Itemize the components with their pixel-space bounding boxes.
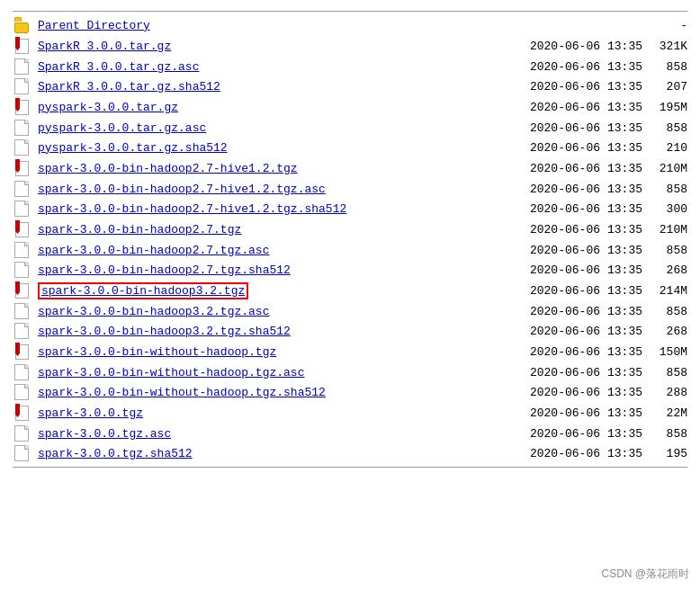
time-cell: 13:35 <box>604 138 646 157</box>
time-cell: 13:35 <box>604 57 646 76</box>
icon-cell <box>9 240 34 260</box>
size-cell: 268 <box>646 260 691 280</box>
size-cell: - <box>646 15 691 35</box>
file-link[interactable]: spark-3.0.0-bin-hadoop2.7-hive1.2.tgz <box>38 162 298 175</box>
file-link[interactable]: pyspark-3.0.0.tar.gz.sha512 <box>38 141 228 155</box>
file-link[interactable]: spark-3.0.0-bin-hadoop2.7-hive1.2.tgz.sh… <box>38 202 346 216</box>
icon-cell <box>9 35 34 57</box>
size-cell: 288 <box>646 382 691 402</box>
list-item: spark-3.0.0-bin-without-hadoop.tgz.sha51… <box>9 382 691 402</box>
file-name-cell: spark-3.0.0-bin-hadoop2.7-hive1.2.tgz.sh… <box>34 199 526 219</box>
size-cell: 210 <box>646 138 691 157</box>
file-link[interactable]: spark-3.0.0-bin-without-hadoop.tgz <box>38 345 276 359</box>
file-name-cell: pyspark-3.0.0.tar.gz <box>34 96 526 118</box>
plain-file-icon <box>14 445 29 461</box>
file-link[interactable]: SparkR_3.0.0.tar.gz <box>38 40 171 53</box>
icon-cell <box>9 424 34 443</box>
list-item: SparkR_3.0.0.tar.gz.sha512 2020-06-06 13… <box>9 76 691 96</box>
plain-file-icon <box>14 58 29 75</box>
plain-file-icon <box>14 384 29 400</box>
file-link[interactable]: pyspark-3.0.0.tar.gz <box>38 101 178 114</box>
file-link[interactable]: pyspark-3.0.0.tar.gz.asc <box>38 121 206 135</box>
file-link[interactable]: spark-3.0.0-bin-hadoop3.2.tgz.asc <box>38 305 269 318</box>
list-item: spark-3.0.0-bin-hadoop3.2.tgz.asc 2020-0… <box>9 301 691 321</box>
icon-cell <box>9 402 34 424</box>
time-cell: 13:35 <box>604 118 646 138</box>
list-item: pyspark-3.0.0.tar.gz 2020-06-06 13:35 19… <box>9 96 691 118</box>
time-cell: 13:35 <box>604 382 646 402</box>
time-cell: 13:35 <box>604 362 646 382</box>
red-file-icon <box>13 98 31 116</box>
file-name-cell: spark-3.0.0-bin-hadoop3.2.tgz.asc <box>34 301 526 321</box>
size-cell: 195M <box>646 96 691 118</box>
file-name-cell: spark-3.0.0-bin-without-hadoop.tgz.asc <box>34 362 526 382</box>
file-name-cell: SparkR_3.0.0.tar.gz.asc <box>34 57 526 76</box>
list-item: spark-3.0.0-bin-hadoop2.7-hive1.2.tgz.as… <box>9 179 691 199</box>
time-cell: 13:35 <box>604 260 646 280</box>
file-link[interactable]: spark-3.0.0-bin-hadoop2.7.tgz <box>38 223 241 236</box>
time-cell: 13:35 <box>604 219 646 240</box>
file-link[interactable]: spark-3.0.0-bin-without-hadoop.tgz.asc <box>38 366 304 379</box>
file-link[interactable]: spark-3.0.0.tgz.sha512 <box>38 447 193 460</box>
icon-cell <box>9 219 34 240</box>
file-name-cell: SparkR_3.0.0.tar.gz <box>34 35 526 57</box>
file-link[interactable]: spark-3.0.0-bin-hadoop2.7-hive1.2.tgz.as… <box>38 183 326 196</box>
file-link[interactable]: spark-3.0.0-bin-without-hadoop.tgz.sha51… <box>38 386 326 399</box>
file-name-cell: spark-3.0.0.tgz.asc <box>34 424 526 443</box>
list-item: Parent Directory - <box>9 15 691 35</box>
file-name-cell: spark-3.0.0.tgz <box>34 402 526 424</box>
file-name-cell: spark-3.0.0-bin-hadoop2.7.tgz <box>34 219 526 240</box>
file-link[interactable]: spark-3.0.0-bin-hadoop3.2.tgz.sha512 <box>38 325 291 338</box>
size-cell: 858 <box>646 301 691 321</box>
size-cell: 210M <box>646 157 691 179</box>
size-cell: 858 <box>646 118 691 138</box>
list-item: spark-3.0.0-bin-hadoop3.2.tgz.sha512 202… <box>9 321 691 341</box>
plain-file-icon <box>14 364 29 380</box>
file-name-cell: spark-3.0.0-bin-hadoop2.7.tgz.sha512 <box>34 260 526 280</box>
size-cell: 858 <box>646 240 691 260</box>
icon-cell <box>9 260 34 280</box>
plain-file-icon <box>14 425 29 442</box>
plain-file-icon <box>14 139 29 156</box>
date-cell <box>526 15 604 35</box>
file-link[interactable]: spark-3.0.0.tgz <box>38 406 143 420</box>
plain-file-icon <box>14 303 29 319</box>
file-link[interactable]: spark-3.0.0-bin-hadoop3.2.tgz <box>41 284 245 298</box>
icon-cell <box>9 118 34 138</box>
file-name-cell: pyspark-3.0.0.tar.gz.sha512 <box>34 138 526 157</box>
parent-dir-link[interactable]: Parent Directory <box>38 19 150 32</box>
highlight-box: spark-3.0.0-bin-hadoop3.2.tgz <box>38 282 248 299</box>
footer-separator <box>9 463 691 471</box>
folder-icon <box>13 17 31 33</box>
plain-file-icon <box>14 262 29 278</box>
icon-cell <box>9 199 34 219</box>
plain-file-icon <box>14 78 29 94</box>
time-cell: 13:35 <box>604 301 646 321</box>
date-cell: 2020-06-06 <box>526 219 604 240</box>
size-cell: 22M <box>646 402 691 424</box>
file-name-cell: spark-3.0.0.tgz.sha512 <box>34 443 526 463</box>
file-link[interactable]: spark-3.0.0.tgz.asc <box>38 427 171 441</box>
time-cell: 13:35 <box>604 179 646 199</box>
red-file-icon <box>13 404 31 422</box>
file-link[interactable]: spark-3.0.0-bin-hadoop2.7.tgz.asc <box>38 244 269 257</box>
date-cell: 2020-06-06 <box>526 57 604 76</box>
date-cell: 2020-06-06 <box>526 199 604 219</box>
size-cell: 858 <box>646 57 691 76</box>
date-cell: 2020-06-06 <box>526 280 604 301</box>
list-item: spark-3.0.0-bin-without-hadoop.tgz 2020-… <box>9 341 691 362</box>
file-link[interactable]: SparkR_3.0.0.tar.gz.asc <box>38 60 199 74</box>
list-item: spark-3.0.0.tgz.asc 2020-06-06 13:35 858 <box>9 424 691 443</box>
file-link[interactable]: spark-3.0.0-bin-hadoop2.7.tgz.sha512 <box>38 263 291 277</box>
list-item: spark-3.0.0-bin-hadoop2.7.tgz.sha512 202… <box>9 260 691 280</box>
plain-file-icon <box>14 201 29 217</box>
list-item: spark-3.0.0-bin-hadoop3.2.tgz 2020-06-06… <box>9 280 691 301</box>
time-cell <box>604 15 646 35</box>
icon-cell <box>9 138 34 157</box>
date-cell: 2020-06-06 <box>526 138 604 157</box>
main-container: Parent Directory - SparkR_3.0.0.tar.gz 2… <box>0 0 700 478</box>
plain-file-icon <box>14 120 29 136</box>
time-cell: 13:35 <box>604 402 646 424</box>
file-link[interactable]: SparkR_3.0.0.tar.gz.sha512 <box>38 80 220 94</box>
icon-cell <box>9 15 34 35</box>
